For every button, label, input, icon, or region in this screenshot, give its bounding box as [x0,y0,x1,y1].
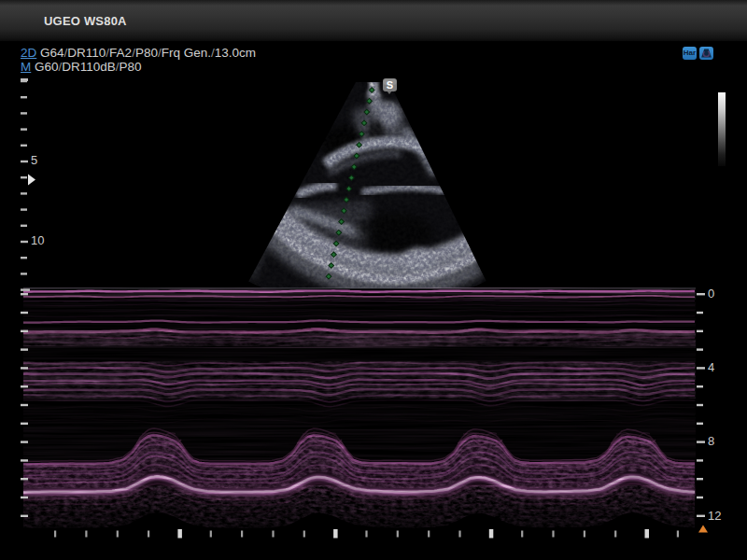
svg-text:8: 8 [708,434,714,448]
svg-text:4: 4 [708,360,714,374]
svg-text:12: 12 [708,509,721,523]
svg-text:S: S [387,79,393,91]
svg-text:10: 10 [31,233,44,247]
svg-text:0: 0 [708,287,714,301]
svg-text:5: 5 [31,153,37,167]
